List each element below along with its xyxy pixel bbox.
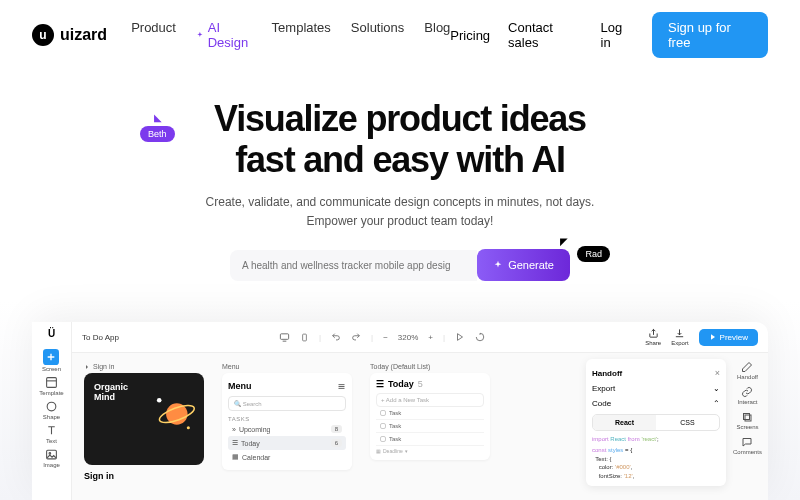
editor-preview: Ü Screen Template Shape Text Image To Do… xyxy=(32,322,768,500)
collaborator-tag-rad: Rad xyxy=(577,246,610,262)
zoom-level[interactable]: 320% xyxy=(398,333,418,342)
image-icon xyxy=(45,448,58,461)
comment-icon xyxy=(741,436,753,448)
editor-canvas[interactable]: Sign in OrganicMind Sign in Menu Menu xyxy=(72,353,768,500)
handoff-panel: Handoff× Export⌄ Code⌃ React CSS import … xyxy=(586,359,726,486)
editor-topbar: To Do App | | − 320% + | Share xyxy=(72,322,768,353)
signin-title: Sign in xyxy=(84,471,204,481)
tab-css[interactable]: CSS xyxy=(656,415,719,430)
svg-rect-18 xyxy=(744,414,750,420)
generate-button[interactable]: Generate xyxy=(477,249,570,281)
nav-ai-design[interactable]: AI Design xyxy=(196,20,252,50)
signup-button[interactable]: Sign up for free xyxy=(652,12,768,58)
nav-left: u uizard Product AI Design Templates Sol… xyxy=(32,20,450,50)
play-icon xyxy=(709,333,717,341)
nav-solutions[interactable]: Solutions xyxy=(351,20,404,50)
pencil-icon xyxy=(741,361,753,373)
screen-today[interactable]: Today (Default List) ☰ Today 5 + Add a N… xyxy=(370,363,490,490)
right-toolbar: Handoff Interact Screens Comments xyxy=(733,361,762,455)
svg-point-13 xyxy=(157,398,162,403)
desktop-icon[interactable] xyxy=(279,332,290,343)
zoom-in[interactable]: + xyxy=(428,333,433,342)
project-name[interactable]: To Do App xyxy=(82,333,119,342)
share-icon xyxy=(648,328,659,339)
tool-shape[interactable]: Shape xyxy=(43,400,60,420)
undo-icon[interactable] xyxy=(331,332,341,342)
nav-contact[interactable]: Contact sales xyxy=(508,20,582,50)
tool-image[interactable]: Image xyxy=(43,448,60,468)
logo-text: uizard xyxy=(60,26,107,44)
link-icon xyxy=(741,386,753,398)
chevron-up-icon: ⌃ xyxy=(713,399,720,408)
menu-search[interactable]: 🔍 Search xyxy=(228,396,346,411)
task-row[interactable]: Task xyxy=(376,433,484,446)
svg-point-14 xyxy=(187,426,190,429)
logo-mini-icon[interactable]: Ü xyxy=(48,328,55,339)
nav-links: Product AI Design Templates Solutions Bl… xyxy=(131,20,450,50)
layers-icon xyxy=(741,411,753,423)
nav-login[interactable]: Log in xyxy=(601,20,634,50)
svg-rect-1 xyxy=(47,378,57,388)
arrow-icon xyxy=(84,364,90,370)
handoff-export[interactable]: Export⌄ xyxy=(592,381,720,396)
menu-upcoming[interactable]: » Upcoming8 xyxy=(228,422,346,436)
task-row[interactable]: Task xyxy=(376,420,484,433)
editor-main: To Do App | | − 320% + | Share xyxy=(72,322,768,500)
text-icon xyxy=(45,424,58,437)
nav-pricing[interactable]: Pricing xyxy=(450,28,490,43)
add-task[interactable]: + Add a New Task xyxy=(376,393,484,407)
download-icon xyxy=(674,328,685,339)
handoff-code[interactable]: Code⌃ xyxy=(592,396,720,411)
screen-menu[interactable]: Menu Menu 🔍 Search TASKS » Upcoming8 ☰ T… xyxy=(222,363,352,490)
left-toolbar: Ü Screen Template Shape Text Image xyxy=(32,322,72,500)
mobile-icon[interactable] xyxy=(300,332,309,343)
logo-icon: u xyxy=(32,24,54,46)
svg-marker-9 xyxy=(458,334,463,341)
menu-today[interactable]: ☰ Today6 xyxy=(228,436,346,450)
svg-point-3 xyxy=(47,402,56,411)
nav-templates[interactable]: Templates xyxy=(272,20,331,50)
task-row[interactable]: Task xyxy=(376,407,484,420)
preview-button[interactable]: Preview xyxy=(699,329,758,346)
prompt-bar: Generate xyxy=(230,249,570,281)
tool-comments[interactable]: Comments xyxy=(733,436,762,455)
hero-subtext: Create, validate, and communicate design… xyxy=(60,193,740,231)
cursor-icon: ◣ xyxy=(154,112,162,123)
menu-icon[interactable] xyxy=(337,382,346,391)
tab-react[interactable]: React xyxy=(593,415,656,430)
sparkle-icon xyxy=(493,260,503,270)
shape-icon xyxy=(45,400,58,413)
nav-right: Pricing Contact sales Log in Sign up for… xyxy=(450,12,768,58)
svg-rect-8 xyxy=(303,334,307,341)
tool-screen[interactable]: Screen xyxy=(42,349,61,372)
logo[interactable]: u uizard xyxy=(32,24,107,46)
tool-screens[interactable]: Screens xyxy=(733,411,762,430)
tool-handoff[interactable]: Handoff xyxy=(733,361,762,380)
svg-point-5 xyxy=(49,453,51,455)
tool-text[interactable]: Text xyxy=(45,424,58,444)
screen-signin[interactable]: Sign in OrganicMind Sign in xyxy=(84,363,204,490)
sparkle-icon xyxy=(196,30,204,40)
planet-illustration-icon xyxy=(150,391,196,437)
cursor-icon: ◤ xyxy=(560,236,568,247)
tool-interact[interactable]: Interact xyxy=(733,386,762,405)
nav-product[interactable]: Product xyxy=(131,20,176,50)
chevron-down-icon: ⌄ xyxy=(713,384,720,393)
reset-icon[interactable] xyxy=(475,332,485,342)
hero: ◣ Beth Visualize product ideas fast and … xyxy=(0,70,800,299)
svg-rect-19 xyxy=(745,415,751,421)
plus-icon xyxy=(43,349,59,365)
tool-template[interactable]: Template xyxy=(39,376,63,396)
export-button[interactable]: Export xyxy=(671,328,688,346)
play-icon[interactable] xyxy=(455,332,465,342)
zoom-out[interactable]: − xyxy=(383,333,388,342)
prompt-input[interactable] xyxy=(230,250,477,281)
redo-icon[interactable] xyxy=(351,332,361,342)
menu-calendar[interactable]: ▦ Calendar xyxy=(228,450,346,464)
share-button[interactable]: Share xyxy=(645,328,661,346)
close-icon[interactable]: × xyxy=(715,368,720,378)
svg-rect-6 xyxy=(280,333,288,339)
template-icon xyxy=(45,376,58,389)
nav-blog[interactable]: Blog xyxy=(424,20,450,50)
top-nav: u uizard Product AI Design Templates Sol… xyxy=(0,0,800,70)
